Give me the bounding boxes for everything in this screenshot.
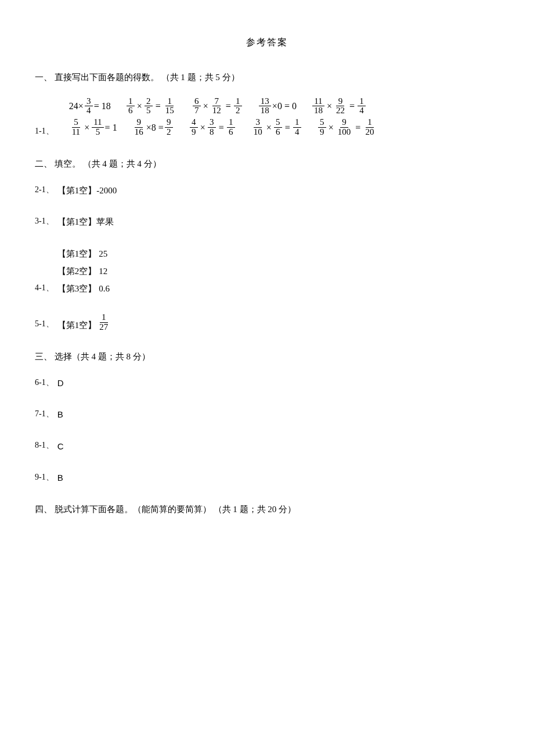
frac-den: 16 (133, 128, 145, 137)
frac-den: 6 (274, 128, 282, 137)
frac-den: 9 (190, 128, 198, 137)
frac-num: 5 (274, 118, 282, 128)
question-6: 6-1、 D (35, 376, 499, 390)
frac-num: 2 (145, 97, 153, 107)
operator: × (200, 120, 205, 135)
q1-r1-e4: 1318 ×0 = 0 (258, 97, 297, 116)
frac-num: 1 (100, 313, 108, 323)
frac-den: 2 (234, 106, 242, 116)
frac-num: 1 (358, 97, 366, 107)
q9-answer: B (57, 471, 63, 485)
q4-ans-1: 25 (99, 249, 107, 258)
frac-num: 1 (366, 118, 374, 128)
frac-num: 6 (193, 97, 201, 107)
q1-label: 1-1、 (35, 125, 54, 139)
operator: × (203, 99, 208, 114)
frac-den: 15 (164, 106, 176, 116)
frac-num: 9 (165, 118, 173, 128)
frac-den: 6 (127, 106, 135, 116)
q3-label: 3-1、 (35, 215, 54, 229)
operator: × (266, 120, 272, 135)
blank-label: 【第3空】 (57, 284, 97, 293)
section-4-heading: 四、 脱式计算下面各题。（能简算的要简算） （共 1 题；共 20 分） (35, 502, 499, 516)
q2-label: 2-1、 (35, 183, 54, 197)
equals: = (355, 120, 360, 135)
frac-num: 3 (254, 118, 262, 128)
q1-r2-e5: 59 × 9100 = 120 (317, 118, 377, 137)
question-7: 7-1、 B (35, 408, 499, 422)
question-1: 1-1、 24× 34 = 18 16 × 25 = 115 67 × 712 … (35, 97, 499, 139)
q6-answer: D (57, 376, 64, 390)
q1-math: 24× 34 = 18 16 × 25 = 115 67 × 712 = 12 … (69, 97, 377, 139)
question-4: 4-1、 【第1空】 25 【第2空】 12 【第3空】 0.6 (35, 246, 499, 296)
section-1-heading: 一、 直接写出下面各题的得数。 （共 1 题；共 5 分） (35, 70, 499, 84)
operator: × (137, 99, 142, 114)
frac-num: 4 (190, 118, 198, 128)
frac-num: 9 (135, 118, 143, 128)
frac-den: 6 (227, 128, 235, 137)
frac-num: 1 (234, 97, 242, 107)
question-8: 8-1、 C (35, 439, 499, 453)
frac-num: 13 (259, 97, 271, 107)
section-3-heading: 三、 选择（共 4 题；共 8 分） (35, 350, 499, 363)
blank-label: 【第1空】 (57, 249, 97, 258)
int-part: 24× (69, 99, 84, 114)
q2-answer: -2000 (96, 183, 117, 197)
equals: = (219, 120, 224, 135)
frac-den: 8 (208, 128, 216, 137)
operator: × (327, 99, 332, 114)
blank-label: 【第2空】 (57, 267, 97, 276)
q1-r1-e5: 1118 × 922 = 14 (311, 97, 367, 116)
frac-den: 12 (211, 106, 223, 116)
result: = 1 (105, 120, 117, 135)
frac-num: 7 (212, 97, 221, 107)
frac-den: 11 (70, 128, 82, 137)
q4-ans-2: 12 (99, 267, 107, 276)
frac-den: 9 (318, 128, 326, 137)
frac-den: 4 (358, 106, 366, 116)
frac-den: 5 (93, 128, 102, 137)
frac-den: 18 (312, 106, 324, 116)
q1-r1-e1: 24× 34 = 18 (69, 97, 111, 116)
equals: = (226, 99, 231, 114)
mid: ×8 = (146, 120, 164, 135)
q1-r2-e4: 310 × 56 = 14 (251, 118, 302, 137)
frac-num: 11 (92, 118, 103, 128)
frac-num: 1 (227, 118, 235, 128)
q1-row1: 24× 34 = 18 16 × 25 = 115 67 × 712 = 12 … (69, 97, 377, 116)
page-title: 参考答案 (35, 35, 499, 50)
frac-den: 4 (85, 106, 93, 116)
frac-den: 22 (334, 106, 347, 116)
q1-r2-e3: 49 × 38 = 16 (189, 118, 236, 137)
operator: × (84, 120, 89, 135)
blank-label: 【第1空】 (57, 318, 97, 332)
question-3: 3-1、 【第1空】 苹果 (35, 215, 499, 229)
q1-r2-e2: 916 ×8 = 92 (132, 118, 174, 137)
q4-label: 4-1、 (35, 282, 54, 296)
frac-den: 10 (252, 128, 264, 137)
result: ×0 = 0 (272, 99, 297, 114)
blank-label: 【第1空】 (57, 183, 97, 197)
q7-answer: B (57, 408, 63, 422)
frac-num: 3 (85, 97, 93, 107)
q9-label: 9-1、 (35, 471, 54, 485)
equals: = (156, 99, 161, 114)
q8-label: 8-1、 (35, 439, 54, 453)
q1-r1-e2: 16 × 25 = 115 (125, 97, 177, 116)
frac-den: 2 (165, 128, 173, 137)
blank-label: 【第1空】 (57, 215, 97, 229)
result: = 18 (94, 99, 111, 114)
q1-r1-e3: 67 × 712 = 12 (192, 97, 243, 116)
frac-num: 11 (312, 97, 324, 107)
operator: × (329, 120, 334, 135)
q6-label: 6-1、 (35, 376, 54, 390)
q8-answer: C (57, 440, 64, 453)
frac-num: 9 (336, 97, 344, 107)
equals: = (349, 99, 355, 114)
frac-num: 1 (127, 97, 135, 107)
frac-den: 4 (293, 128, 301, 137)
frac-num: 1 (293, 118, 301, 128)
frac-den: 18 (259, 106, 271, 116)
frac-den: 100 (336, 128, 353, 137)
frac-den: 27 (98, 323, 110, 332)
